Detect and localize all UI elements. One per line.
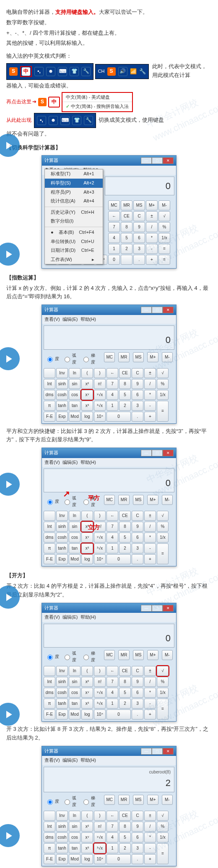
calc-key-plus[interactable]: + [144, 854, 156, 864]
calc-key-*[interactable]: * [144, 533, 156, 543]
menu-item[interactable]: 数字分组(I) [45, 217, 103, 226]
calc-key[interactable]: 6 [133, 233, 145, 243]
menu-edit[interactable]: 编辑(E) [62, 460, 78, 465]
calc-key-±[interactable]: ± [144, 811, 156, 821]
calc-key-=[interactable]: = [157, 843, 169, 864]
calc-key[interactable]: ← [108, 211, 120, 221]
calc-key-C[interactable]: C [132, 811, 143, 821]
calc-key-9[interactable]: 9 [132, 822, 143, 832]
calc-key-ʸ√x[interactable]: ʸ√x [94, 832, 106, 842]
calc-key-6[interactable]: 6 [132, 533, 143, 543]
mem-key[interactable]: MS [133, 650, 144, 660]
menu-item-scientific[interactable]: 科学型(S)Alt+2 [45, 179, 103, 188]
calc-key[interactable]: 7 [108, 222, 120, 232]
calc-key[interactable]: MC [108, 200, 120, 210]
calc-key-ln[interactable]: ln [69, 666, 80, 676]
calc-key-tanh[interactable]: tanh [56, 543, 68, 553]
calc-key-F-E[interactable]: F-E [44, 709, 55, 719]
calc-key-CE[interactable]: CE [119, 368, 131, 378]
maximize-button[interactable]: □ [152, 157, 163, 164]
calc-key[interactable]: C [133, 211, 145, 221]
calc-key-4[interactable]: 4 [106, 390, 118, 400]
calc-key-√[interactable]: √ [157, 666, 169, 676]
calc-key-4[interactable]: 4 [106, 533, 118, 543]
calc-key-6[interactable]: 6 [132, 688, 143, 698]
calc-key-1/x[interactable]: 1/x [157, 390, 169, 400]
mem-key[interactable]: MS [133, 795, 144, 805]
close-button[interactable]: ✕ [163, 157, 174, 164]
calc-key-Int[interactable]: Int [44, 379, 55, 389]
calc-key-xʸ[interactable]: xʸ [81, 390, 93, 400]
calc-key-5[interactable]: 5 [119, 533, 131, 543]
calc-key-8[interactable]: 8 [119, 379, 131, 389]
calc-key-%[interactable]: % [157, 522, 169, 532]
calc-key-plus[interactable]: + [144, 412, 156, 422]
menu-help[interactable]: 帮助(H) [80, 317, 96, 322]
calc-key-1[interactable]: 1 [106, 543, 118, 553]
calc-key-0[interactable]: 0 [106, 709, 131, 719]
calc-key-³√x[interactable]: ³√x [94, 401, 106, 411]
calc-key-7[interactable]: 7 [106, 522, 118, 532]
calc-key-3[interactable]: 3 [132, 699, 143, 709]
calc-key-xʸ[interactable]: xʸ [81, 533, 93, 543]
calc-key-tan[interactable]: tan [69, 543, 80, 553]
calc-key-/[interactable]: / [144, 677, 156, 687]
calc-key[interactable]: 1/x [158, 233, 170, 243]
calc-key-blank[interactable] [44, 811, 55, 821]
calc-key-√[interactable]: √ [157, 811, 169, 821]
calc-key-)[interactable]: ) [94, 368, 106, 378]
menu-item[interactable]: 统计信息(A)Alt+4 [45, 197, 103, 206]
mem-key[interactable]: MS [133, 352, 144, 362]
calc-key-=[interactable]: = [157, 543, 169, 564]
calc-key-sinh[interactable]: sinh [56, 677, 68, 687]
calc-key-ʸ√x[interactable]: ʸ√x [94, 688, 106, 698]
calc-key-tanh[interactable]: tanh [56, 699, 68, 709]
calc-key-%[interactable]: % [157, 677, 169, 687]
calc-key-C[interactable]: C [132, 511, 143, 521]
calc-key-Int[interactable]: Int [44, 522, 55, 532]
calc-key--[interactable]: - [144, 699, 156, 709]
calc-key-3[interactable]: 3 [132, 543, 143, 553]
calc-key[interactable]: 4 [108, 233, 120, 243]
calc-key-dms[interactable]: dms [44, 688, 55, 698]
calc-key--[interactable]: - [144, 843, 156, 853]
calc-key-Exp[interactable]: Exp [56, 709, 68, 719]
calc-key-7[interactable]: 7 [106, 822, 118, 832]
calc-key-1[interactable]: 1 [106, 699, 118, 709]
calc-key-sin[interactable]: sin [69, 822, 80, 832]
calc-key-Mod[interactable]: Mod [69, 854, 80, 864]
calc-key-1/x[interactable]: 1/x [157, 533, 169, 543]
calc-key[interactable]: 2 [121, 244, 132, 254]
calc-key-Exp[interactable]: Exp [56, 554, 68, 564]
calc-key-blank[interactable] [44, 511, 55, 521]
calc-key-Exp[interactable]: Exp [56, 412, 68, 422]
mem-key[interactable]: M- [162, 650, 173, 660]
calc-key-π[interactable]: π [44, 699, 55, 709]
menu-view[interactable]: 查看(V) [44, 758, 60, 763]
mem-key[interactable]: M+ [147, 495, 158, 505]
mem-key[interactable]: MR [118, 795, 129, 805]
calc-key-sin[interactable]: sin [69, 522, 80, 532]
calc-key-6[interactable]: 6 [132, 390, 143, 400]
calc-key-5[interactable]: 5 [119, 688, 131, 698]
calc-key[interactable]: 9 [133, 222, 145, 232]
calc-key-1/x[interactable]: 1/x [157, 688, 169, 698]
calc-key-10ˣ[interactable]: 10ˣ [94, 412, 106, 422]
calc-key-([interactable]: ( [81, 368, 93, 378]
calc-key-±[interactable]: ± [144, 368, 156, 378]
mem-key[interactable]: MC [104, 795, 115, 805]
calc-key[interactable]: 0 [108, 255, 120, 265]
calc-key-Inv[interactable]: Inv [56, 368, 68, 378]
calc-key-√[interactable]: √ [157, 511, 169, 521]
calc-key-³√x[interactable]: ³√x [94, 699, 106, 709]
calc-key[interactable]: ± [146, 211, 158, 221]
calc-key-blank[interactable] [44, 368, 55, 378]
calc-key[interactable]: √ [158, 211, 170, 221]
calc-key-cos[interactable]: cos [69, 688, 80, 698]
calc-key-sinh[interactable]: sinh [56, 522, 68, 532]
menu-edit[interactable]: 编辑(E) [62, 615, 78, 620]
calc-key-CE[interactable]: CE [119, 666, 131, 676]
calc-key-←[interactable]: ← [106, 811, 118, 821]
mem-key[interactable]: MR [118, 495, 129, 505]
calc-key-x²[interactable]: x² [81, 822, 93, 832]
